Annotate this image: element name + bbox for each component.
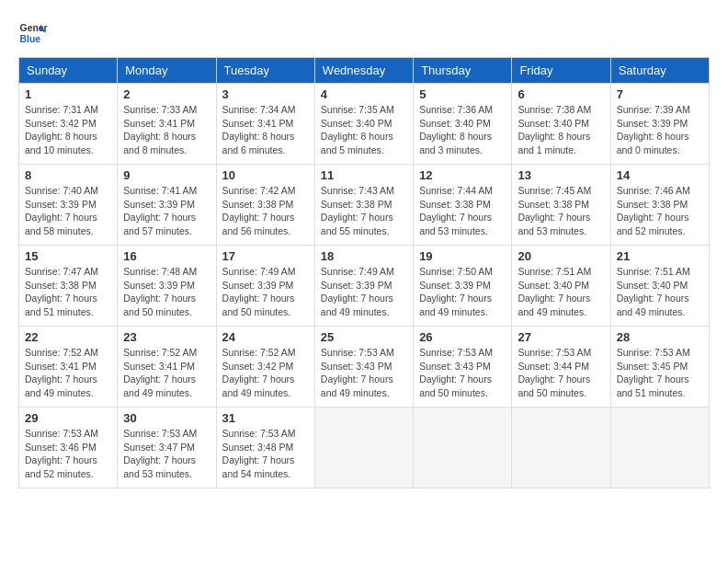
day-number: 13 [518, 168, 604, 182]
day-number: 19 [419, 249, 506, 263]
week-row-3: 15Sunrise: 7:47 AMSunset: 3:38 PMDayligh… [19, 246, 710, 327]
day-info: Sunrise: 7:46 AMSunset: 3:38 PMDaylight:… [617, 184, 703, 238]
day-number: 20 [518, 249, 604, 263]
day-number: 23 [123, 330, 210, 344]
day-info: Sunrise: 7:52 AMSunset: 3:41 PMDaylight:… [123, 346, 210, 400]
calendar-cell: 10Sunrise: 7:42 AMSunset: 3:38 PMDayligh… [216, 165, 314, 246]
day-info: Sunrise: 7:42 AMSunset: 3:38 PMDaylight:… [222, 184, 309, 238]
page-header: General Blue [18, 18, 710, 48]
day-number: 16 [123, 249, 210, 263]
calendar-cell [314, 408, 413, 488]
calendar-cell: 18Sunrise: 7:49 AMSunset: 3:39 PMDayligh… [314, 246, 413, 327]
day-info: Sunrise: 7:43 AMSunset: 3:38 PMDaylight:… [321, 184, 407, 238]
calendar-cell: 26Sunrise: 7:53 AMSunset: 3:43 PMDayligh… [414, 327, 512, 408]
day-number: 8 [25, 168, 111, 182]
day-info: Sunrise: 7:52 AMSunset: 3:42 PMDaylight:… [222, 346, 309, 400]
day-number: 28 [617, 330, 703, 344]
calendar-cell: 15Sunrise: 7:47 AMSunset: 3:38 PMDayligh… [19, 246, 118, 327]
calendar-cell: 9Sunrise: 7:41 AMSunset: 3:39 PMDaylight… [118, 165, 216, 246]
weekday-header-sunday: Sunday [19, 58, 118, 84]
day-number: 2 [123, 87, 210, 101]
week-row-5: 29Sunrise: 7:53 AMSunset: 3:46 PMDayligh… [19, 408, 710, 488]
calendar-cell: 3Sunrise: 7:34 AMSunset: 3:41 PMDaylight… [216, 84, 314, 165]
day-number: 21 [617, 249, 703, 263]
calendar-cell: 7Sunrise: 7:39 AMSunset: 3:39 PMDaylight… [610, 84, 709, 165]
day-number: 10 [222, 168, 309, 182]
day-info: Sunrise: 7:33 AMSunset: 3:41 PMDaylight:… [123, 103, 210, 157]
day-info: Sunrise: 7:38 AMSunset: 3:40 PMDaylight:… [518, 103, 604, 157]
calendar-cell: 12Sunrise: 7:44 AMSunset: 3:38 PMDayligh… [414, 165, 512, 246]
day-info: Sunrise: 7:47 AMSunset: 3:38 PMDaylight:… [25, 265, 111, 319]
calendar-cell: 8Sunrise: 7:40 AMSunset: 3:39 PMDaylight… [19, 165, 118, 246]
day-number: 30 [123, 411, 210, 425]
calendar-cell: 25Sunrise: 7:53 AMSunset: 3:43 PMDayligh… [314, 327, 413, 408]
day-info: Sunrise: 7:48 AMSunset: 3:39 PMDaylight:… [123, 265, 210, 319]
day-info: Sunrise: 7:53 AMSunset: 3:47 PMDaylight:… [123, 427, 210, 481]
calendar-cell [414, 408, 512, 488]
weekday-header-tuesday: Tuesday [216, 58, 314, 84]
day-number: 18 [321, 249, 407, 263]
calendar-cell: 22Sunrise: 7:52 AMSunset: 3:41 PMDayligh… [19, 327, 118, 408]
calendar-cell: 29Sunrise: 7:53 AMSunset: 3:46 PMDayligh… [19, 408, 118, 488]
calendar-table: SundayMondayTuesdayWednesdayThursdayFrid… [18, 57, 710, 488]
day-info: Sunrise: 7:53 AMSunset: 3:44 PMDaylight:… [518, 346, 604, 400]
day-number: 27 [518, 330, 604, 344]
calendar-cell: 6Sunrise: 7:38 AMSunset: 3:40 PMDaylight… [512, 84, 610, 165]
calendar-cell [610, 408, 709, 488]
logo: General Blue [18, 18, 48, 48]
calendar-cell: 16Sunrise: 7:48 AMSunset: 3:39 PMDayligh… [118, 246, 216, 327]
calendar-cell: 30Sunrise: 7:53 AMSunset: 3:47 PMDayligh… [118, 408, 216, 488]
day-info: Sunrise: 7:36 AMSunset: 3:40 PMDaylight:… [419, 103, 506, 157]
svg-text:Blue: Blue [20, 34, 41, 44]
calendar-cell: 11Sunrise: 7:43 AMSunset: 3:38 PMDayligh… [314, 165, 413, 246]
calendar-cell: 14Sunrise: 7:46 AMSunset: 3:38 PMDayligh… [610, 165, 709, 246]
calendar-cell: 2Sunrise: 7:33 AMSunset: 3:41 PMDaylight… [118, 84, 216, 165]
day-info: Sunrise: 7:53 AMSunset: 3:46 PMDaylight:… [25, 427, 111, 481]
calendar-cell [512, 408, 610, 488]
logo-icon: General Blue [18, 18, 48, 48]
day-number: 17 [222, 249, 309, 263]
day-number: 29 [25, 411, 111, 425]
week-row-1: 1Sunrise: 7:31 AMSunset: 3:42 PMDaylight… [19, 84, 710, 165]
day-info: Sunrise: 7:39 AMSunset: 3:39 PMDaylight:… [617, 103, 703, 157]
day-info: Sunrise: 7:49 AMSunset: 3:39 PMDaylight:… [222, 265, 309, 319]
calendar-cell: 5Sunrise: 7:36 AMSunset: 3:40 PMDaylight… [414, 84, 512, 165]
day-info: Sunrise: 7:31 AMSunset: 3:42 PMDaylight:… [25, 103, 111, 157]
day-info: Sunrise: 7:45 AMSunset: 3:38 PMDaylight:… [518, 184, 604, 238]
day-number: 14 [617, 168, 703, 182]
day-number: 25 [321, 330, 407, 344]
day-number: 12 [419, 168, 506, 182]
day-info: Sunrise: 7:51 AMSunset: 3:40 PMDaylight:… [617, 265, 703, 319]
calendar-cell: 1Sunrise: 7:31 AMSunset: 3:42 PMDaylight… [19, 84, 118, 165]
calendar-cell: 23Sunrise: 7:52 AMSunset: 3:41 PMDayligh… [118, 327, 216, 408]
day-info: Sunrise: 7:41 AMSunset: 3:39 PMDaylight:… [123, 184, 210, 238]
day-number: 1 [25, 87, 111, 101]
day-number: 24 [222, 330, 309, 344]
calendar-cell: 17Sunrise: 7:49 AMSunset: 3:39 PMDayligh… [216, 246, 314, 327]
day-number: 4 [321, 87, 407, 101]
day-number: 31 [222, 411, 309, 425]
day-info: Sunrise: 7:34 AMSunset: 3:41 PMDaylight:… [222, 103, 309, 157]
svg-text:General: General [20, 23, 48, 33]
day-number: 11 [321, 168, 407, 182]
day-number: 26 [419, 330, 506, 344]
day-info: Sunrise: 7:49 AMSunset: 3:39 PMDaylight:… [321, 265, 407, 319]
weekday-header-thursday: Thursday [414, 58, 512, 84]
day-info: Sunrise: 7:52 AMSunset: 3:41 PMDaylight:… [25, 346, 111, 400]
calendar-cell: 28Sunrise: 7:53 AMSunset: 3:45 PMDayligh… [610, 327, 709, 408]
calendar-cell: 13Sunrise: 7:45 AMSunset: 3:38 PMDayligh… [512, 165, 610, 246]
calendar-cell: 19Sunrise: 7:50 AMSunset: 3:39 PMDayligh… [414, 246, 512, 327]
day-info: Sunrise: 7:35 AMSunset: 3:40 PMDaylight:… [321, 103, 407, 157]
day-number: 6 [518, 87, 604, 101]
weekday-header-saturday: Saturday [610, 58, 709, 84]
calendar-cell: 27Sunrise: 7:53 AMSunset: 3:44 PMDayligh… [512, 327, 610, 408]
day-info: Sunrise: 7:51 AMSunset: 3:40 PMDaylight:… [518, 265, 604, 319]
day-number: 7 [617, 87, 703, 101]
day-number: 5 [419, 87, 506, 101]
day-number: 15 [25, 249, 111, 263]
calendar-cell: 24Sunrise: 7:52 AMSunset: 3:42 PMDayligh… [216, 327, 314, 408]
day-info: Sunrise: 7:40 AMSunset: 3:39 PMDaylight:… [25, 184, 111, 238]
day-info: Sunrise: 7:44 AMSunset: 3:38 PMDaylight:… [419, 184, 506, 238]
day-number: 9 [123, 168, 210, 182]
day-info: Sunrise: 7:53 AMSunset: 3:48 PMDaylight:… [222, 427, 309, 481]
